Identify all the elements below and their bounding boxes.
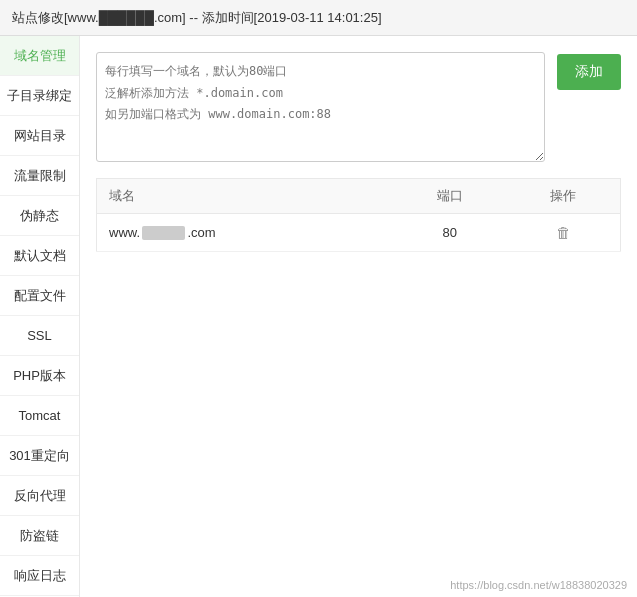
sidebar-item-reverse-proxy[interactable]: 反向代理 [0,476,79,516]
action-cell: 🗑 [506,214,620,252]
title-text: 站点修改[www.██████.com] -- 添加时间[2019-03-11 … [12,9,382,27]
sidebar-item-php-version[interactable]: PHP版本 [0,356,79,396]
sidebar-item-site-dir[interactable]: 网站目录 [0,116,79,156]
sidebar-item-ssl[interactable]: SSL [0,316,79,356]
domain-col-header: 域名 [97,179,394,214]
domain-blur-value [142,226,185,240]
sidebar-item-tomcat[interactable]: Tomcat [0,396,79,436]
sidebar: 域名管理子目录绑定网站目录流量限制伪静态默认文档配置文件SSLPHP版本Tomc… [0,36,80,597]
table-header: 域名 端口 操作 [97,179,621,214]
delete-icon[interactable]: 🗑 [556,224,571,241]
action-col-header: 操作 [506,179,620,214]
domain-cell: www. .com [97,214,394,252]
main-content: 添加 域名 端口 操作 www. .com80🗑 [80,36,637,597]
sidebar-item-redirect-301[interactable]: 301重定向 [0,436,79,476]
table-row: www. .com80🗑 [97,214,621,252]
sidebar-item-default-doc[interactable]: 默认文档 [0,236,79,276]
port-cell: 80 [393,214,506,252]
sidebar-item-pseudo-static[interactable]: 伪静态 [0,196,79,236]
table-body: www. .com80🗑 [97,214,621,252]
input-section: 添加 [96,52,621,162]
footer-watermark: https://blog.csdn.net/w18838020329 [450,579,627,591]
add-domain-button[interactable]: 添加 [557,54,621,90]
sidebar-item-hotlink[interactable]: 防盗链 [0,516,79,556]
sidebar-item-domain-mgmt[interactable]: 域名管理 [0,36,79,76]
watermark-text: https://blog.csdn.net/w18838020329 [450,579,627,591]
domain-prefix: www. [109,225,140,240]
sidebar-item-config-file[interactable]: 配置文件 [0,276,79,316]
title-bar: 站点修改[www.██████.com] -- 添加时间[2019-03-11 … [0,0,637,36]
domain-suffix: .com [187,225,215,240]
sidebar-item-subdir-bind[interactable]: 子目录绑定 [0,76,79,116]
port-col-header: 端口 [393,179,506,214]
main-layout: 域名管理子目录绑定网站目录流量限制伪静态默认文档配置文件SSLPHP版本Tomc… [0,36,637,597]
domain-textarea[interactable] [96,52,545,162]
domain-table: 域名 端口 操作 www. .com80🗑 [96,178,621,252]
sidebar-item-access-log[interactable]: 响应日志 [0,556,79,596]
sidebar-item-traffic-limit[interactable]: 流量限制 [0,156,79,196]
